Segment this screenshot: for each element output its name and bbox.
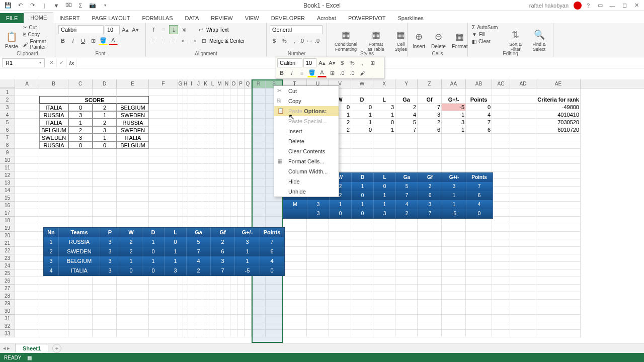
cell-AE13[interactable] [536,179,581,187]
cell-K5[interactable] [202,119,209,126]
cell-Y28[interactable] [395,292,418,300]
cell-E26[interactable] [117,277,149,285]
mini-font-name[interactable]: Calibri [277,58,302,67]
cell-C1[interactable] [68,88,93,96]
cell-X3[interactable]: 3 [373,104,395,111]
cell-B13[interactable] [39,179,68,187]
mini-dec-font-icon[interactable]: A▾ [328,58,337,67]
cell-I5[interactable] [188,119,195,126]
cell-Y24[interactable] [395,262,418,269]
cell-M10[interactable] [216,156,223,164]
cell-AB9[interactable] [466,149,492,156]
ctx-hide[interactable]: Hide [274,176,339,187]
cell-AE11[interactable] [536,164,581,171]
cell-M27[interactable] [216,285,223,292]
cell-D8[interactable]: 0 [93,141,117,149]
cell-AC14[interactable] [492,187,510,194]
column-header-N[interactable]: N [223,79,230,88]
cell-X20[interactable] [373,232,395,239]
cell-Y1[interactable] [395,88,418,96]
cell-W30[interactable] [351,307,373,315]
dec-decimal-icon[interactable]: ←.0 [310,36,319,45]
cell-I4[interactable] [188,111,195,119]
border-icon[interactable]: ⊞ [89,36,98,45]
cell-G10[interactable] [178,156,183,164]
cell-X11[interactable] [373,164,395,171]
macro-record-icon[interactable]: ▦ [27,355,32,360]
cell-AE3[interactable]: -49800 [536,104,581,111]
cell-I1[interactable] [188,88,195,96]
cell-W29[interactable] [351,300,373,307]
cell-AD32[interactable] [510,322,536,330]
cell-C17[interactable] [68,209,93,217]
cell-AD26[interactable] [510,277,536,285]
cell-Z22[interactable] [418,247,442,254]
cell-R6[interactable] [252,126,266,134]
cell-C4[interactable]: 3 [68,111,93,119]
cell-G16[interactable] [178,202,183,209]
cell-M32[interactable] [216,322,223,330]
cell-J26[interactable] [195,277,202,285]
tab-formulas[interactable]: FORMULAS [136,13,179,23]
cell-W9[interactable] [351,149,373,156]
cell-N3[interactable] [223,104,230,111]
font-size-select[interactable]: 10 [105,25,120,34]
row-header-17[interactable]: 17 [0,209,15,217]
cell-R11[interactable] [252,164,266,171]
cell-X8[interactable] [373,141,395,149]
cell-P17[interactable] [237,209,245,217]
cell-W25[interactable] [351,269,373,277]
cell-Y31[interactable] [395,315,418,322]
cell-O15[interactable] [230,194,237,202]
cell-G1[interactable] [178,88,183,96]
cell-U26[interactable] [307,277,329,285]
cell-J14[interactable] [195,187,202,194]
cell-V19[interactable] [329,224,351,232]
cell-AA28[interactable] [442,292,466,300]
mini-comma-icon[interactable]: , [358,58,367,67]
cell-H9[interactable] [183,149,188,156]
cell-AC28[interactable] [492,292,510,300]
cell-L15[interactable] [209,194,216,202]
cell-Q10[interactable] [245,156,252,164]
cell-X10[interactable] [373,156,395,164]
cell-H31[interactable] [183,315,188,322]
cell-N33[interactable] [223,330,230,337]
cell-Z3[interactable]: 7 [418,104,442,111]
column-header-P[interactable]: P [237,79,245,88]
cell-E16[interactable] [117,202,149,209]
tab-powerpivot[interactable]: POWERPIVOT [342,13,392,23]
cell-T23[interactable] [283,254,307,262]
cell-AA30[interactable] [442,307,466,315]
cell-S32[interactable] [266,322,283,330]
cell-G14[interactable] [178,187,183,194]
cell-Y20[interactable] [395,232,418,239]
cell-AB21[interactable] [466,239,492,247]
cell-K31[interactable] [202,315,209,322]
cell-A5[interactable] [15,119,39,126]
cell-P11[interactable] [237,164,245,171]
cell-B3[interactable]: ITALIA [39,104,68,111]
cell-X33[interactable] [373,330,395,337]
cell-Z6[interactable]: 6 [418,126,442,134]
cell-K26[interactable] [202,277,209,285]
cell-AB23[interactable] [466,254,492,262]
cell-J6[interactable] [195,126,202,134]
cell-U29[interactable] [307,300,329,307]
cell-R14[interactable] [252,187,266,194]
cell-AA6[interactable]: 1 [442,126,466,134]
cell-B33[interactable] [39,330,68,337]
cell-Q18[interactable] [245,217,252,224]
cell-E3[interactable]: BELGIUM [117,104,149,111]
cell-V26[interactable] [329,277,351,285]
cell-B31[interactable] [39,315,68,322]
cell-L27[interactable] [209,285,216,292]
cell-X28[interactable] [373,292,395,300]
cell-Q26[interactable] [245,277,252,285]
cell-A7[interactable] [15,134,39,141]
cell-M5[interactable] [216,119,223,126]
cell-P33[interactable] [237,330,245,337]
cell-A9[interactable] [15,149,39,156]
cell-A28[interactable] [15,292,39,300]
cell-M1[interactable] [216,88,223,96]
